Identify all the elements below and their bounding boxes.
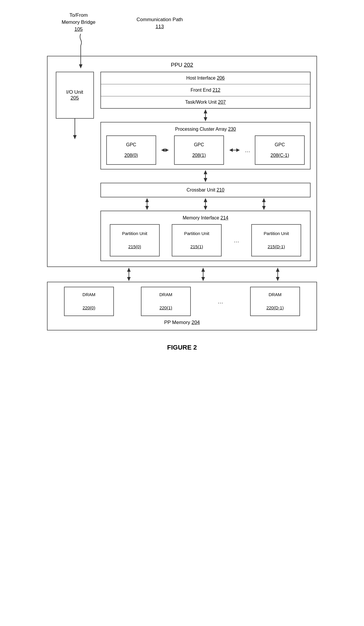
svg-marker-18 [145,206,149,210]
pca-crossbar-arrow [100,169,311,183]
memory-bridge-label: To/From Memory Bridge 105 [62,12,95,33]
partition-dram-arrow-2 [199,267,208,282]
svg-marker-3 [73,135,77,139]
front-end-row: Front End 212 [101,84,310,96]
partition-dram-arrows [92,267,315,282]
task-work-row: Task/Work Unit 207 [101,96,310,108]
svg-marker-25 [127,268,131,272]
svg-marker-30 [201,277,205,281]
gpc-1-box: GPC 208(1) [174,135,224,165]
crossbar-mi-arrows [100,197,311,211]
gpc1-dots-arrow [229,147,240,154]
svg-marker-7 [161,148,165,152]
io-unit-box: I/O Unit 205 [56,72,94,119]
dram-row: DRAM 220(0) DRAM 220(1) ... DRAM 220(D-1… [52,287,312,316]
dots-between-gpcs: ... [245,146,250,154]
svg-marker-4 [204,109,207,113]
svg-marker-6 [204,117,207,121]
host-interface-row: Host Interface 206 [101,72,310,84]
figure-caption: FIGURE 2 [167,344,197,351]
memory-interface-box: Memory Interface 214 Partition Unit 215(… [100,211,311,261]
partition-dram-arrow-3 [273,267,282,282]
page-container: To/From Memory Bridge 105 Communication … [0,0,364,626]
svg-marker-8 [165,148,169,152]
svg-marker-10 [229,148,233,152]
crossbar-box: Crossbar Unit 210 [100,183,311,197]
comm-path-label: Communication Path 113 [136,16,183,30]
partition-1-box: Partition Unit 215(1) [172,224,222,256]
dram-d1-box: DRAM 220(D-1) [250,287,300,316]
pca-box: Processing Cluster Array 230 GPC 208(0) [100,122,311,169]
svg-marker-19 [204,198,207,202]
memory-interface-label: Memory Interface 214 [105,215,306,221]
svg-marker-22 [262,198,266,202]
gpc-c1-box: GPC 208(C-1) [255,135,305,165]
svg-marker-33 [276,277,279,281]
svg-marker-31 [276,268,279,272]
main-right-section: Host Interface 206 Front End 212 Task/Wo… [100,72,311,261]
svg-marker-16 [145,198,149,202]
dram-0-box: DRAM 220(0) [64,287,114,316]
svg-marker-12 [236,148,240,152]
svg-marker-27 [127,277,131,281]
partition-dram-arrow-1 [124,267,133,282]
partition-0-box: Partition Unit 215(0) [110,224,160,256]
ppu-box: PPU 202 I/O Unit 205 [47,56,317,267]
svg-marker-13 [204,170,207,174]
io-unit-label: I/O Unit 205 [66,89,83,101]
pp-memory-label: PP Memory 204 [52,320,312,325]
crossbar-mi-arrow-2 [201,197,210,211]
svg-marker-24 [262,206,266,210]
dram-1-box: DRAM 220(1) [141,287,191,316]
diagram-wrapper: To/From Memory Bridge 105 Communication … [43,12,321,351]
gpc01-arrow [161,147,169,154]
partition-row: Partition Unit 215(0) Partition Unit 215… [105,224,306,256]
svg-marker-21 [204,206,207,210]
dots-between-drams: ... [218,298,223,305]
gpc-row: GPC 208(0) [105,135,306,165]
pca-label: Processing Cluster Array 230 [105,127,306,132]
svg-marker-28 [201,268,205,272]
crossbar-mi-arrow-3 [259,197,268,211]
ppu-label: PPU 202 [53,62,311,68]
dots-between-partitions: ... [234,236,239,244]
gpc-0-box: GPC 208(0) [106,135,156,165]
io-unit-column: I/O Unit 205 [53,72,96,142]
partition-d1-box: Partition Unit 215(D-1) [251,224,301,256]
svg-marker-15 [204,178,207,182]
io-unit-arrow [56,118,94,142]
pp-memory-box: DRAM 220(0) DRAM 220(1) ... DRAM 220(D-1… [47,282,317,330]
task-pca-arrow [100,109,311,122]
crossbar-mi-arrow-1 [143,197,151,211]
host-interface-group: Host Interface 206 Front End 212 Task/Wo… [100,72,311,109]
